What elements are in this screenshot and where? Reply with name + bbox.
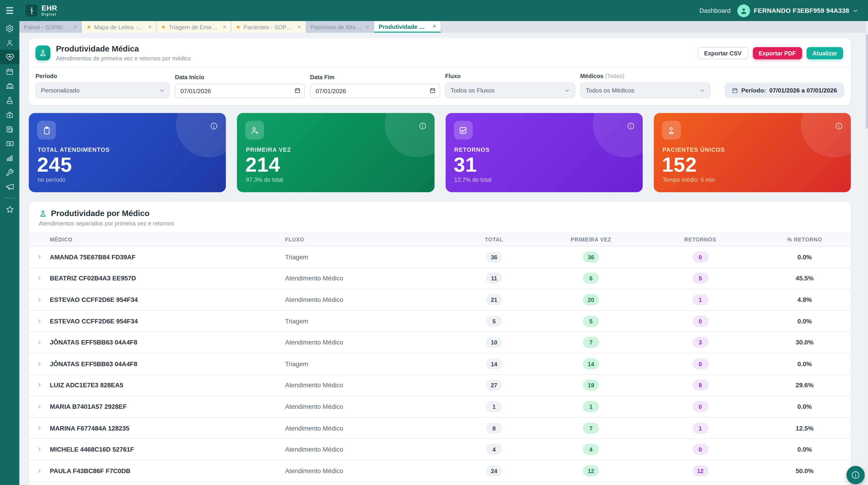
tab-produtividade-medica[interactable]: Produtividade Médi... × [374,21,440,33]
tab-pacientes-de-alta[interactable]: Pacientes de Alta - SO... × [306,21,373,33]
row-expand-chevron-icon[interactable] [29,447,50,452]
export-csv-button[interactable]: Exportar CSV [698,47,748,59]
row-expand-chevron-icon[interactable] [29,468,50,474]
page-title: Produtividade Médica [56,45,191,53]
row-primeira-vez-badge: 36 [583,251,599,262]
hamburger-menu-icon[interactable] [0,7,20,14]
fluxo-select[interactable]: Todos os Fluxos [445,83,575,98]
table-row[interactable]: ESTEVAO CCFF2D6E 954F34 Atendimento Médi… [29,289,851,311]
tab-painel[interactable]: Painel - SOPAI - EHR D... × [20,21,82,33]
data-inicio-input[interactable] [175,84,305,98]
sidebar-item-patients[interactable] [0,35,20,50]
sidebar-item-favorites[interactable] [0,202,20,217]
top-navbar: EHR Digital Dashboard FERNANDO F3EBF959 … [0,0,868,21]
refresh-button[interactable]: Atualizar [806,47,843,59]
scrollbar-thumb[interactable] [866,34,868,129]
favorite-star-icon: ★ [87,24,92,30]
info-icon[interactable] [835,122,843,130]
sidebar-item-settings[interactable] [0,21,20,35]
medicos-select[interactable]: Todos os Médicos [580,83,710,98]
period-summary-value: 07/01/2026 a 07/01/2026 [769,87,837,94]
table-row[interactable]: LUIZ ADC1E7E3 828EA5 Atendimento Médico … [29,375,851,396]
row-expand-chevron-icon[interactable] [29,425,50,431]
calendar-icon [294,87,301,94]
bar-chart-icon [5,154,14,162]
info-icon[interactable] [418,122,427,130]
row-fluxo: Atendimento Médico [285,296,448,303]
row-expand-chevron-icon[interactable] [29,382,50,388]
row-retornos-badge: 0 [692,251,708,262]
table-row[interactable]: MARINA F677484A 128235 Atendimento Médic… [29,418,851,439]
stat-subtext: Tempo médio: 5 min [662,176,715,183]
row-medico: ESTEVAO CCFF2D6E 954F34 [50,296,285,303]
close-icon[interactable]: × [366,24,369,30]
bed-icon [5,82,14,90]
user-menu[interactable]: FERNANDO F3EBF959 94A338 [737,4,858,17]
table-row[interactable]: AMANDA 75E67B84 FD39AF Triagem 36 36 0 0… [29,247,851,268]
close-icon[interactable]: × [148,24,152,30]
tab-mapa-de-leitos[interactable]: ★ Mapa de Leitos - SOP... × [82,21,156,33]
flask-icon [5,96,14,104]
row-expand-chevron-icon[interactable] [29,254,50,260]
sidebar-item-lab[interactable] [0,93,20,108]
sidebar-item-medical-kit[interactable] [0,108,20,122]
clipboard-icon [37,121,56,140]
sidebar-item-beds[interactable] [0,79,20,93]
fluxo-label: Fluxo [445,73,575,79]
row-total-badge: 24 [486,465,502,476]
table-row[interactable]: JÔNATAS EFF5BB63 04A4F8 Atendimento Médi… [29,332,851,353]
row-medico: PAULA F43BC86F F7C0DB [50,467,285,474]
close-icon[interactable]: × [73,24,77,30]
table-row[interactable]: BEATRIZ CF02B4A3 EE957D Atendimento Médi… [29,268,851,289]
row-primeira-vez-badge: 6 [583,273,599,284]
close-icon[interactable]: × [433,23,436,30]
row-pct-retorno: 0.0% [758,254,851,260]
sidebar-item-tools[interactable] [0,165,20,179]
stat-value: 214 [245,153,280,177]
row-expand-chevron-icon[interactable] [29,276,50,281]
row-expand-chevron-icon[interactable] [29,361,50,366]
col-retornos: RETORNOS [642,236,758,242]
help-info-fab[interactable] [846,466,865,484]
dashboard-link[interactable]: Dashboard [700,7,731,14]
patient-icon [662,121,681,140]
data-fim-input[interactable] [310,84,440,98]
close-icon[interactable]: × [223,24,226,30]
row-expand-chevron-icon[interactable] [29,404,50,409]
row-pct-retorno: 0.0% [758,361,851,367]
table-row[interactable]: MICHELE 4468C16D 52761F Atendimento Médi… [29,439,851,460]
row-total-badge: 1 [486,401,502,412]
decor-circle [384,113,434,158]
table-row[interactable]: JÔNATAS EFF5BB63 04A4F8 Triagem 14 14 0 … [29,353,851,375]
app-window: EHR Digital Dashboard FERNANDO F3EBF959 … [0,0,868,485]
col-fluxo: FLUXO [285,236,448,242]
brand-subtitle: Digital [42,13,57,17]
table-row[interactable]: ESTEVAO CCFF2D6E 954F34 Triagem 5 5 0 0.… [29,311,851,332]
vertical-scrollbar[interactable] [866,21,868,485]
row-expand-chevron-icon[interactable] [29,318,50,324]
sidebar-item-reports[interactable] [0,151,20,165]
stat-label: RETORNOS [454,146,490,153]
row-retornos-badge: 1 [692,294,708,305]
table-subtitle: Atendimentos separados por primeira vez … [29,218,851,227]
export-pdf-button[interactable]: Exportar PDF [753,47,802,59]
periodo-label: Período [35,73,170,79]
info-icon[interactable] [626,122,635,130]
table-row[interactable]: RAQUEL 065D6B69 1FA1F2 Triagem 44 43 1 2… [29,482,851,485]
row-expand-chevron-icon[interactable] [29,340,50,345]
sidebar-item-announcements[interactable] [0,179,20,194]
periodo-select[interactable]: Personalizado [35,83,170,98]
row-pct-retorno: 50.0% [758,467,851,474]
table-row[interactable]: MARIA B7401A57 2928EF Atendimento Médico… [29,396,851,418]
sidebar-item-clinical[interactable] [0,50,20,64]
info-icon[interactable] [210,122,218,130]
row-retornos-badge: 1 [692,423,708,433]
table-row[interactable]: PAULA F43BC86F F7C0DB Atendimento Médico… [29,460,851,482]
sidebar-item-billing[interactable] [0,136,20,151]
close-icon[interactable]: × [298,24,301,30]
sidebar-item-calendar[interactable] [0,64,20,79]
row-expand-chevron-icon[interactable] [29,297,50,302]
tab-pacientes[interactable]: ★ Pacientes - SOPAI - EH... × [231,21,306,33]
sidebar-item-records[interactable] [0,122,20,136]
tab-triagem[interactable]: ★ Triagem de Emergênci... × [157,21,231,33]
